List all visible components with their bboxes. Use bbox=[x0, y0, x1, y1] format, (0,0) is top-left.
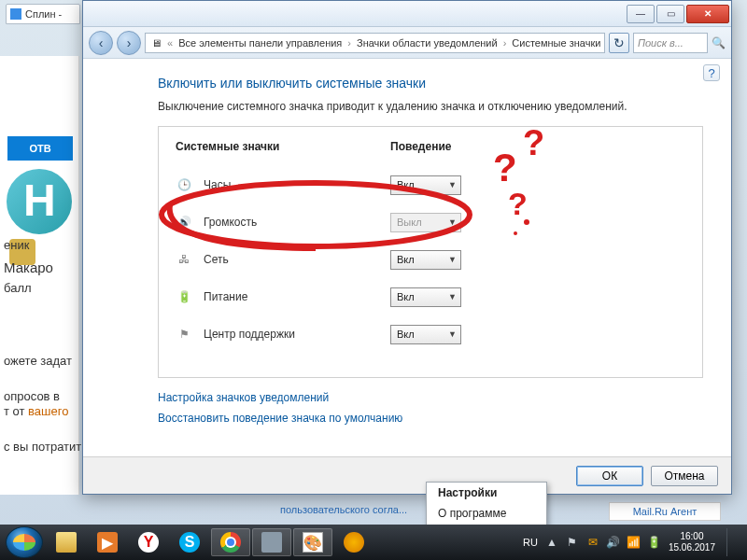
side-username: Макаро bbox=[4, 258, 53, 277]
taskbar-explorer-icon[interactable] bbox=[47, 528, 86, 556]
menu-item-settings[interactable]: Настройки bbox=[427, 483, 546, 503]
page-subtitle: Выключение системного значка приводит к … bbox=[158, 100, 703, 113]
taskbar-yandex-icon[interactable]: Y bbox=[129, 528, 168, 556]
row-label: Сеть bbox=[204, 253, 229, 266]
side-text: ожете задат bbox=[4, 353, 72, 370]
row-label: Часы bbox=[204, 178, 231, 191]
breadcrumb[interactable]: Все элементы панели управления bbox=[178, 37, 342, 49]
ok-button[interactable]: ОК bbox=[576, 466, 643, 486]
table-row-network: 🖧Сеть Вкл▼ bbox=[176, 241, 685, 278]
chevron-down-icon: ▼ bbox=[448, 217, 457, 227]
taskbar-chrome-icon[interactable] bbox=[211, 528, 250, 556]
cancel-button[interactable]: Отмена bbox=[651, 466, 718, 486]
tray-flag-icon[interactable]: ⚑ bbox=[566, 536, 579, 549]
chevron-icon: « bbox=[167, 37, 173, 49]
help-button[interactable]: ? bbox=[703, 64, 720, 81]
flag-icon: ⚑ bbox=[176, 326, 192, 343]
row-label: Питание bbox=[204, 290, 247, 303]
chevron-right-icon: › bbox=[503, 37, 507, 49]
behavior-dropdown[interactable]: Вкл▼ bbox=[390, 325, 461, 344]
network-icon: 🖧 bbox=[176, 251, 192, 268]
tray-date: 15.06.2017 bbox=[669, 542, 715, 553]
start-button[interactable] bbox=[6, 526, 43, 558]
configure-notification-icons-link[interactable]: Настройка значков уведомлений bbox=[158, 391, 703, 404]
table-row-power: 🔋Питание Вкл▼ bbox=[176, 278, 685, 315]
clock-icon: 🕒 bbox=[176, 176, 192, 193]
behavior-dropdown[interactable]: Вкл▼ bbox=[390, 175, 461, 195]
taskbar-control-panel-icon[interactable] bbox=[252, 528, 291, 556]
table-row-clock: 🕒Часы Вкл▼ bbox=[176, 166, 685, 203]
computer-icon: 🖥 bbox=[151, 37, 162, 49]
nav-forward-button[interactable]: › bbox=[117, 31, 141, 55]
menu-item-about[interactable]: О программе bbox=[427, 503, 546, 524]
breadcrumb[interactable]: Значки области уведомлений bbox=[357, 37, 498, 49]
avatar[interactable] bbox=[4, 166, 75, 237]
address-bar[interactable]: 🖥 « Все элементы панели управления › Зна… bbox=[145, 33, 605, 53]
taskbar-pinned: ▶ Y S 🎨 bbox=[47, 528, 374, 556]
breadcrumb[interactable]: Системные значки bbox=[512, 37, 600, 49]
side-text: балл bbox=[4, 280, 32, 297]
refresh-button[interactable]: ↻ bbox=[609, 33, 629, 53]
window-footer: ОК Отмена bbox=[83, 456, 731, 494]
taskbar-paint-icon[interactable]: 🎨 bbox=[293, 528, 332, 556]
window-minimize-button[interactable]: — bbox=[627, 5, 655, 23]
tray-msg-icon[interactable]: ✉ bbox=[586, 536, 599, 549]
window-titlebar[interactable]: — ▭ ✕ bbox=[83, 1, 731, 27]
chevron-right-icon: › bbox=[347, 37, 351, 49]
table-row-volume: 🔊Громкость Выкл▼ bbox=[176, 203, 685, 241]
speaker-icon: 🔊 bbox=[176, 214, 192, 231]
system-icons-window: — ▭ ✕ ‹ › 🖥 « Все элементы панели управл… bbox=[82, 0, 732, 495]
taskbar: ▶ Y S 🎨 RU ▲ ⚑ ✉ 🔊 📶 🔋 16:00 15.06.2017 bbox=[0, 525, 747, 560]
taskbar-media-icon[interactable]: ▶ bbox=[88, 528, 127, 556]
window-close-button[interactable]: ✕ bbox=[686, 5, 729, 23]
chevron-down-icon: ▼ bbox=[448, 329, 457, 339]
show-desktop-button[interactable] bbox=[726, 528, 736, 556]
system-icons-table: Системные значки Поведение 🕒Часы Вкл▼ 🔊Г… bbox=[158, 126, 703, 378]
language-indicator[interactable]: RU bbox=[523, 537, 538, 548]
links-area: Настройка значков уведомлений Восстанови… bbox=[158, 391, 703, 425]
behavior-dropdown-disabled: Выкл▼ bbox=[390, 213, 461, 232]
row-label: Громкость bbox=[204, 216, 257, 229]
taskbar-skype-icon[interactable]: S bbox=[170, 528, 209, 556]
col-icons: Системные значки bbox=[176, 140, 390, 153]
chevron-down-icon: ▼ bbox=[448, 292, 457, 301]
table-row-action-center: ⚑Центр поддержки Вкл▼ bbox=[176, 315, 685, 353]
chevron-down-icon: ▼ bbox=[448, 255, 457, 264]
tab-title: Сплин - bbox=[25, 8, 62, 20]
answer-button[interactable]: ОТВ bbox=[7, 136, 73, 161]
side-text: т от вашего bbox=[4, 403, 68, 420]
tray-battery-icon[interactable]: 🔋 bbox=[648, 536, 661, 549]
search-input[interactable]: Поиск в... bbox=[633, 33, 708, 53]
tab-favicon bbox=[10, 8, 21, 20]
tray-time: 16:00 bbox=[669, 531, 715, 542]
window-maximize-button[interactable]: ▭ bbox=[656, 5, 684, 23]
battery-icon: 🔋 bbox=[176, 288, 192, 305]
window-body: Включить или выключить системные значки … bbox=[83, 59, 731, 440]
system-tray: RU ▲ ⚑ ✉ 🔊 📶 🔋 16:00 15.06.2017 bbox=[523, 528, 741, 556]
row-label: Центр поддержки bbox=[204, 328, 295, 341]
restore-default-link[interactable]: Восстановить поведение значка по умолчан… bbox=[158, 412, 703, 425]
page-title: Включить или выключить системные значки bbox=[158, 76, 703, 91]
tray-up-icon[interactable]: ▲ bbox=[545, 536, 558, 549]
tray-clock[interactable]: 16:00 15.06.2017 bbox=[669, 531, 715, 553]
search-icon[interactable]: 🔍 bbox=[712, 36, 726, 49]
chevron-down-icon: ▼ bbox=[448, 180, 457, 189]
behavior-dropdown[interactable]: Вкл▼ bbox=[390, 250, 461, 270]
footer-link[interactable]: пользовательского согла... bbox=[280, 504, 407, 515]
tray-volume-icon[interactable]: 🔊 bbox=[607, 536, 620, 549]
taskbar-app-icon[interactable] bbox=[334, 528, 374, 556]
side-text: еник bbox=[4, 237, 29, 254]
table-header: Системные значки Поведение bbox=[176, 140, 685, 153]
behavior-dropdown[interactable]: Вкл▼ bbox=[390, 287, 461, 307]
browser-tab[interactable]: Сплин - bbox=[6, 4, 80, 24]
nav-back-button[interactable]: ‹ bbox=[89, 31, 113, 55]
explorer-nav: ‹ › 🖥 « Все элементы панели управления ›… bbox=[83, 27, 731, 59]
side-text: с вы потратит bbox=[4, 439, 81, 455]
mailru-agent-button[interactable]: Mail.Ru Агент bbox=[609, 502, 721, 521]
tray-network-icon[interactable]: 📶 bbox=[627, 536, 641, 549]
col-behavior: Поведение bbox=[390, 140, 451, 153]
